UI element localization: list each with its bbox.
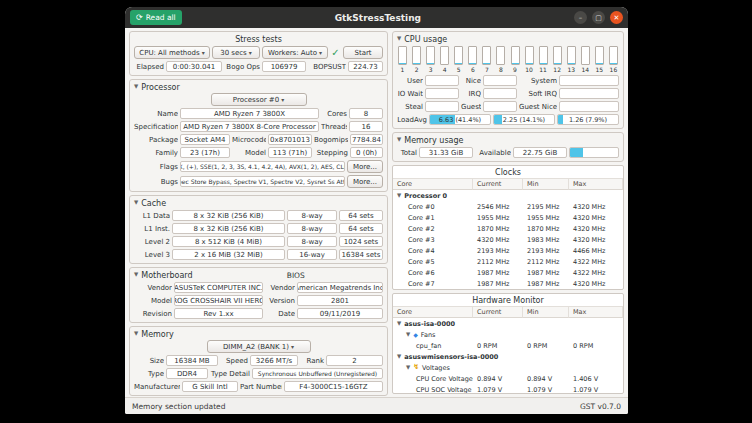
cache-ways-value[interactable]: 8-way — [287, 223, 337, 234]
dimm-speed-value[interactable]: 3266 MT/s — [250, 355, 298, 366]
table-row[interactable]: CPU SOC Voltage1.079 V1.079 V1.079 V — [393, 384, 623, 394]
dimm-manufacturer-value[interactable]: G Skill Intl — [182, 381, 238, 392]
dimm-rank-value[interactable]: 2 — [326, 355, 383, 366]
bopsust-value[interactable]: 224.73 — [348, 61, 383, 72]
start-button[interactable]: Start — [343, 46, 383, 59]
cache-size-value[interactable]: 8 x 512 KiB (4 MiB) — [172, 236, 285, 247]
expander-icon[interactable]: ▼ — [134, 200, 138, 206]
workers-dropdown[interactable]: Workers: Auto▾ — [262, 46, 328, 59]
cache-ways-value[interactable]: 8-way — [287, 210, 337, 221]
table-row[interactable]: Core #61987 MHz1987 MHz4322 MHz — [393, 267, 623, 278]
expander-icon[interactable]: ▼ — [397, 193, 401, 199]
table-row[interactable]: Core #34320 MHz1983 MHz4320 MHz — [393, 234, 623, 245]
dimm-selector-dropdown[interactable]: DIMM_A2 (BANK 1)▾ — [207, 340, 311, 353]
table-row[interactable]: Core #02546 MHz2195 MHz4320 MHz — [393, 201, 623, 212]
flags-more-button[interactable]: More... — [347, 160, 383, 173]
steal-value[interactable] — [425, 101, 459, 112]
cache-size-value[interactable]: 8 x 32 KiB (256 KiB) — [172, 210, 285, 221]
cache-sets-value[interactable]: 1024 sets — [339, 236, 383, 247]
cache-ways-value[interactable]: 8-way — [287, 236, 337, 247]
table-row[interactable]: Core #21870 MHz1870 MHz4320 MHz — [393, 223, 623, 234]
cpu-name-value[interactable]: AMD Ryzen 7 3800X — [180, 108, 319, 119]
stepping-value[interactable]: 0 (0h) — [350, 147, 383, 158]
close-button[interactable]: ✕ — [610, 11, 623, 24]
cache-sets-value[interactable]: 64 sets — [339, 210, 383, 221]
loadavg-5min[interactable]: 2.25 (14.1%) — [493, 114, 555, 125]
guest-nice-value[interactable] — [559, 101, 619, 112]
loadavg-15min[interactable]: 1.26 (7.9%) — [557, 114, 619, 125]
dimm-part-number-value[interactable]: F4-3000C15-16GTZ — [284, 381, 383, 392]
expander-icon[interactable]: ▼ — [134, 331, 138, 337]
current-column-header[interactable]: Current — [473, 178, 523, 190]
total-value[interactable]: 31.33 GiB — [419, 147, 473, 158]
bogomips-value[interactable]: 7784.84 — [350, 134, 383, 145]
bogo-ops-value[interactable]: 106979 — [262, 61, 306, 72]
mb-model-value[interactable]: ROG CROSSHAIR VII HERO — [174, 295, 263, 306]
hwmon-group-row[interactable]: ▼◆Fans — [393, 329, 623, 340]
expander-icon[interactable]: ▼ — [397, 137, 401, 143]
table-row[interactable]: Core #42193 MHz2193 MHz4466 MHz — [393, 245, 623, 256]
duration-dropdown[interactable]: 30 secs▾ — [212, 46, 260, 59]
maximize-button[interactable]: ▢ — [592, 11, 605, 24]
elapsed-value[interactable]: 0:00:30.041 — [166, 61, 222, 72]
cache-sets-value[interactable]: 16384 sets — [339, 249, 383, 260]
expander-icon[interactable]: ▼ — [397, 36, 401, 42]
dimm-type-value[interactable]: DDR4 — [166, 368, 208, 379]
nice-value[interactable] — [483, 75, 517, 86]
specification-value[interactable]: AMD Ryzen 7 3800X 8-Core Processor — [180, 121, 319, 132]
min-column-header[interactable]: Min — [523, 306, 569, 318]
table-row[interactable]: cpu_fan0 RPM0 RPM0 RPM — [393, 340, 623, 351]
soft-irq-value[interactable] — [559, 88, 619, 99]
threads-value[interactable]: 16 — [349, 121, 383, 132]
mb-vendor-value[interactable]: ASUSTeK COMPUTER INC. — [174, 282, 263, 293]
available-value[interactable]: 22.75 GiB — [513, 147, 567, 158]
user-value[interactable] — [425, 75, 459, 86]
io-wait-value[interactable] — [425, 88, 459, 99]
titlebar[interactable]: ⟳Read all GtkStressTesting – ▢ ✕ — [125, 7, 628, 28]
cores-value[interactable]: 8 — [349, 108, 383, 119]
cpu-method-dropdown[interactable]: CPU: All methods▾ — [134, 46, 210, 59]
bios-vendor-value[interactable]: American Megatrends Inc. — [297, 282, 383, 293]
cache-size-value[interactable]: 8 x 32 KiB (256 KiB) — [172, 223, 285, 234]
mb-revision-value[interactable]: Rev 1.xx — [174, 308, 263, 319]
clocks-group-row[interactable]: ▼Processor 0 — [393, 190, 623, 201]
expander-icon[interactable]: ▼ — [134, 84, 138, 90]
family-value[interactable]: 23 (17h) — [180, 147, 230, 158]
table-row[interactable]: Core #11955 MHz1955 MHz4320 MHz — [393, 212, 623, 223]
system-value[interactable] — [559, 75, 619, 86]
hwmon-chip-row[interactable]: ▼asus-isa-0000 — [393, 318, 623, 329]
loadavg-1min[interactable]: 6.63 (41.4%) — [429, 114, 491, 125]
cache-size-value[interactable]: 2 x 16 MiB (32 MiB) — [172, 249, 285, 260]
max-column-header[interactable]: Max — [569, 178, 623, 190]
current-column-header[interactable]: Current — [473, 306, 523, 318]
bugs-more-button[interactable]: More... — [347, 175, 383, 188]
guest-value[interactable] — [483, 101, 517, 112]
hwmon-group-row[interactable]: ▼↯Voltages — [393, 362, 623, 373]
model-value[interactable]: 113 (71h) — [268, 147, 312, 158]
bugs-value[interactable]: Spec Store Bypass, Spectre V1, Spectre V… — [180, 176, 345, 187]
expander-icon[interactable]: ▼ — [397, 321, 401, 327]
core-column-header[interactable]: Core — [393, 306, 473, 318]
flags-value[interactable]: MMX, (+), SSE(1, 2, 3, 3S, 4.1, 4.2, 4A)… — [180, 161, 345, 172]
dimm-size-value[interactable]: 16384 MB — [166, 355, 218, 366]
expander-icon[interactable]: ▼ — [406, 365, 410, 371]
expander-icon[interactable]: ▼ — [134, 272, 138, 278]
microcode-value[interactable]: 0x8701013 — [268, 134, 312, 145]
table-row[interactable]: CPU Core Voltage0.894 V0.894 V1.406 V — [393, 373, 623, 384]
package-value[interactable]: Socket AM4 — [180, 134, 230, 145]
min-column-header[interactable]: Min — [523, 178, 569, 190]
expander-icon[interactable]: ▼ — [406, 332, 410, 338]
cache-sets-value[interactable]: 64 sets — [339, 223, 383, 234]
processor-selector-dropdown[interactable]: Processor #0▾ — [211, 93, 307, 106]
bios-version-value[interactable]: 2801 — [297, 295, 383, 306]
core-column-header[interactable]: Core — [393, 178, 473, 190]
max-column-header[interactable]: Max — [569, 306, 623, 318]
minimize-button[interactable]: – — [574, 11, 587, 24]
cache-ways-value[interactable]: 16-way — [287, 249, 337, 260]
irq-value[interactable] — [483, 88, 517, 99]
table-row[interactable]: Core #52112 MHz2112 MHz4322 MHz — [393, 256, 623, 267]
read-all-button[interactable]: ⟳Read all — [130, 10, 182, 25]
hwmon-chip-row[interactable]: ▼asuswmisensors-isa-0000 — [393, 351, 623, 362]
dimm-type-detail-value[interactable]: Synchronous Unbuffered (Unregistered) — [252, 368, 383, 379]
bios-date-value[interactable]: 09/11/2019 — [297, 308, 383, 319]
